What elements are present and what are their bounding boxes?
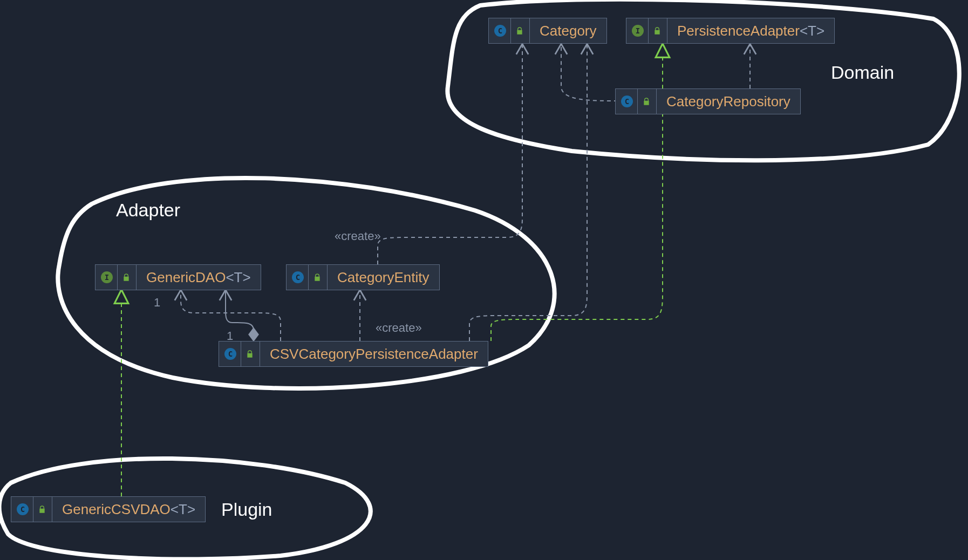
node-label: PersistenceAdapter<T> <box>667 23 834 39</box>
node-category-entity[interactable]: C CategoryEntity <box>286 264 440 290</box>
node-generic-dao[interactable]: I GenericDAO<T> <box>95 264 261 290</box>
node-label: GenericDAO<T> <box>137 269 261 286</box>
class-icon: C <box>489 18 511 43</box>
edge-label-create-1: «create» <box>335 229 381 243</box>
node-generic-csv-dao[interactable]: C GenericCSVDAO<T> <box>11 496 206 522</box>
lock-icon <box>649 18 667 43</box>
node-label: GenericCSVDAO<T> <box>52 501 205 518</box>
lock-icon <box>309 265 328 290</box>
interface-icon: I <box>626 18 649 43</box>
class-icon: C <box>616 89 638 114</box>
node-label: CategoryRepository <box>657 93 800 110</box>
node-label: Category <box>530 23 606 39</box>
class-icon: C <box>287 265 309 290</box>
lock-icon <box>241 342 260 366</box>
node-persistence-adapter[interactable]: I PersistenceAdapter<T> <box>626 18 835 44</box>
domain-group-label: Domain <box>831 62 894 83</box>
node-category[interactable]: C Category <box>488 18 607 44</box>
interface-icon: I <box>96 265 118 290</box>
edge-label-create-2: «create» <box>376 321 422 335</box>
lock-icon <box>118 265 137 290</box>
class-icon: C <box>11 497 33 522</box>
adapter-group-label: Adapter <box>116 200 180 221</box>
lock-icon <box>33 497 52 522</box>
node-category-repository[interactable]: C CategoryRepository <box>615 88 801 114</box>
edge-label-mult-1a: 1 <box>154 296 160 310</box>
plugin-group-label: Plugin <box>221 499 272 520</box>
lock-icon <box>638 89 657 114</box>
class-icon: C <box>219 342 241 366</box>
node-label: CSVCategoryPersistenceAdapter <box>260 346 488 363</box>
lock-icon <box>511 18 530 43</box>
node-label: CategoryEntity <box>328 269 439 286</box>
node-csv-category-persistence-adapter[interactable]: C CSVCategoryPersistenceAdapter <box>219 341 488 367</box>
diagram-canvas: Domain Adapter Plugin «create» «create» … <box>0 0 968 560</box>
